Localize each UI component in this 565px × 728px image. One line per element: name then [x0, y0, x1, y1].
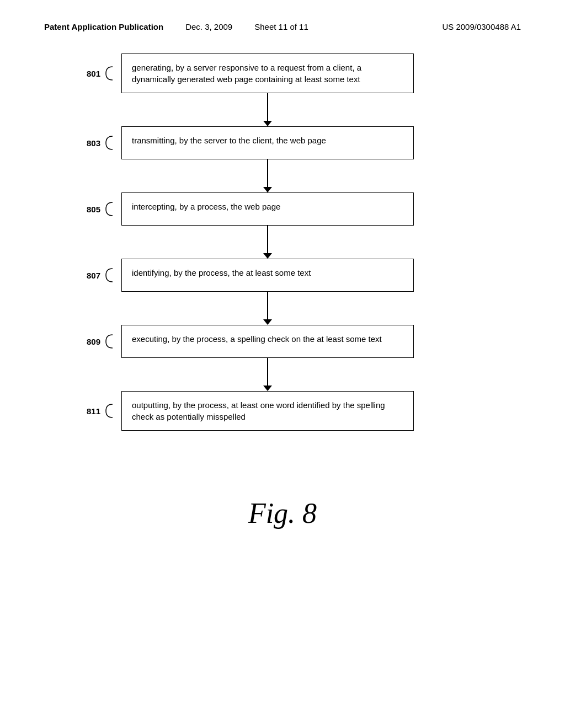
step-wrapper-801: 801 generating, by a server responsive t… — [77, 53, 554, 93]
step-wrapper-807: 807 identifying, by the process, the at … — [77, 259, 554, 292]
bracket-icon-811 — [103, 402, 116, 420]
arrow-down-4 — [263, 292, 272, 325]
arrow-down-1 — [263, 93, 272, 126]
arrow-down-5 — [263, 358, 272, 391]
step-text-801: generating, by a server responsive to a … — [132, 63, 361, 84]
connector-5 — [77, 358, 554, 391]
label-group-805: 805 — [77, 200, 121, 218]
bracket-icon-801 — [103, 65, 116, 82]
header: Patent Application Publication Dec. 3, 2… — [0, 0, 565, 42]
arrow-line-2 — [267, 159, 268, 187]
arrowhead-1 — [263, 121, 272, 126]
label-group-807: 807 — [77, 266, 121, 284]
connector-2 — [77, 159, 554, 192]
step-wrapper-803: 803 transmitting, by the server to the c… — [77, 126, 554, 159]
step-wrapper-809: 809 executing, by the process, a spellin… — [77, 325, 554, 358]
connector-1 — [77, 93, 554, 126]
label-group-811: 811 — [77, 402, 121, 420]
connector-line-5 — [121, 358, 414, 391]
label-group-801: 801 — [77, 65, 121, 82]
step-label-805: 805 — [87, 205, 100, 214]
connector-line-4 — [121, 292, 414, 325]
header-date: Dec. 3, 2009 — [185, 22, 232, 31]
step-box-801: generating, by a server responsive to a … — [121, 53, 414, 93]
bracket-icon-803 — [103, 134, 116, 152]
step-text-811: outputting, by the process, at least one… — [132, 400, 385, 421]
arrow-down-3 — [263, 226, 272, 259]
step-box-807: identifying, by the process, the at leas… — [121, 259, 414, 292]
arrow-line-1 — [267, 93, 268, 121]
connector-4 — [77, 292, 554, 325]
connector-line-2 — [121, 159, 414, 192]
step-wrapper-811: 811 outputting, by the process, at least… — [77, 391, 554, 431]
step-box-803: transmitting, by the server to the clien… — [121, 126, 414, 159]
step-label-809: 809 — [87, 337, 100, 346]
arrow-line-5 — [267, 358, 268, 386]
header-title: Patent Application Publication — [44, 22, 163, 31]
arrowhead-3 — [263, 253, 272, 259]
connector-3 — [77, 226, 554, 259]
bracket-icon-807 — [103, 266, 116, 284]
step-label-811: 811 — [87, 406, 100, 416]
arrowhead-2 — [263, 187, 272, 192]
step-text-809: executing, by the process, a spelling ch… — [132, 334, 382, 344]
page: Patent Application Publication Dec. 3, 2… — [0, 0, 565, 563]
step-box-811: outputting, by the process, at least one… — [121, 391, 414, 431]
bracket-icon-809 — [103, 333, 116, 350]
figure-caption: Fig. 8 — [0, 497, 565, 563]
step-box-805: intercepting, by a process, the web page — [121, 192, 414, 226]
step-label-803: 803 — [87, 138, 100, 148]
label-group-809: 809 — [77, 333, 121, 350]
connector-line-1 — [121, 93, 414, 126]
arrow-line-3 — [267, 226, 268, 253]
header-sheet: Sheet 11 of 11 — [254, 22, 308, 31]
step-text-803: transmitting, by the server to the clien… — [132, 136, 326, 145]
step-wrapper-805: 805 intercepting, by a process, the web … — [77, 192, 554, 226]
label-group-803: 803 — [77, 134, 121, 152]
connector-line-3 — [121, 226, 414, 259]
step-text-805: intercepting, by a process, the web page — [132, 202, 280, 211]
arrowhead-5 — [263, 386, 272, 391]
diagram-area: 801 generating, by a server responsive t… — [0, 42, 565, 453]
arrowhead-4 — [263, 319, 272, 325]
header-patent: US 2009/0300488 A1 — [442, 22, 521, 31]
flow-container: 801 generating, by a server responsive t… — [77, 53, 554, 431]
step-label-801: 801 — [87, 69, 100, 78]
arrow-down-2 — [263, 159, 272, 192]
step-label-807: 807 — [87, 271, 100, 280]
step-text-807: identifying, by the process, the at leas… — [132, 268, 311, 277]
step-box-809: executing, by the process, a spelling ch… — [121, 325, 414, 358]
arrow-line-4 — [267, 292, 268, 319]
bracket-icon-805 — [103, 200, 116, 218]
